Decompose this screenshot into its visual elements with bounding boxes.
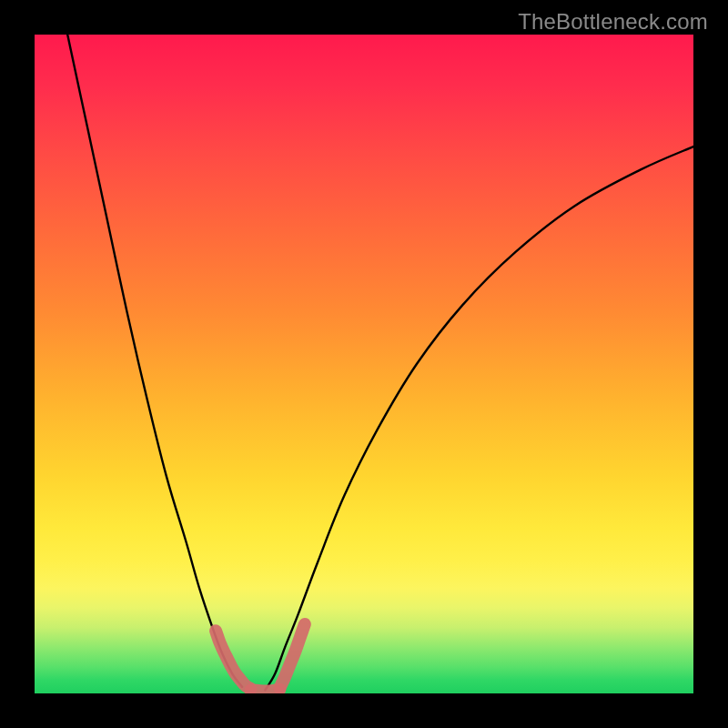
series-left-curve xyxy=(67,35,242,687)
plot-area xyxy=(35,35,693,693)
series-group xyxy=(67,35,693,691)
curves-svg xyxy=(35,35,693,693)
chart-stage: TheBottleneck.com xyxy=(0,0,728,728)
series-highlight-right xyxy=(279,624,305,688)
series-right-curve xyxy=(265,147,693,690)
series-highlight-left xyxy=(216,631,250,689)
watermark-text: TheBottleneck.com xyxy=(518,9,708,35)
